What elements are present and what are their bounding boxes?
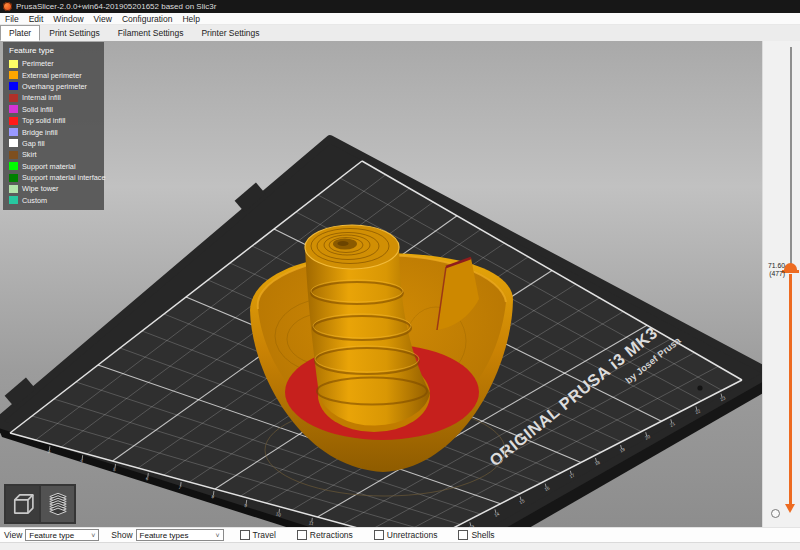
legend-item: Wipe tower: [3, 183, 104, 194]
tab-printer-settings[interactable]: Printer Settings: [192, 25, 268, 41]
preview-3d-viewport[interactable]: 13141516171819202122231211109876543 ORIG…: [0, 41, 762, 527]
scene-canvas[interactable]: 13141516171819202122231211109876543 ORIG…: [0, 41, 762, 527]
layer-height-value: 71.60: [768, 262, 785, 270]
menu-edit[interactable]: Edit: [24, 14, 49, 24]
menu-configuration[interactable]: Configuration: [117, 14, 178, 24]
legend-item: Internal infill: [3, 92, 104, 103]
legend-item: Top solid infill: [3, 115, 104, 126]
view-mode-toggle: [4, 484, 76, 524]
legend-item: External perimeter: [3, 69, 104, 80]
color-swatch: [9, 117, 18, 125]
shells-checkbox[interactable]: Shells: [458, 530, 494, 540]
prusaslicer-logo-icon: [3, 2, 12, 11]
checkbox-box[interactable]: [240, 530, 250, 540]
cube-icon: [9, 490, 37, 518]
slider-lock-icon[interactable]: [771, 509, 780, 518]
unretractions-checkbox[interactable]: Unretractions: [374, 530, 438, 540]
tower-top-hole-inner: [338, 241, 349, 246]
feature-type-legend: Feature type Perimeter External perimete…: [3, 42, 104, 210]
layer-slider-panel: 71.60 (477): [762, 41, 800, 527]
legend-title: Feature type: [3, 45, 104, 58]
color-swatch: [9, 162, 18, 170]
title-bar: PrusaSlicer-2.0.0+win64-201905201652 bas…: [0, 0, 800, 13]
preview-toolbar: View Feature type ˅ Show Feature types ˅…: [0, 527, 800, 542]
layer-slider-handle[interactable]: [784, 263, 797, 270]
chevron-down-icon: ˅: [91, 532, 95, 539]
tab-filament-settings[interactable]: Filament Settings: [109, 25, 193, 41]
color-swatch: [9, 139, 18, 147]
preview-view-button[interactable]: [41, 486, 74, 522]
legend-item: Support material: [3, 161, 104, 172]
legend-item: Solid infill: [3, 104, 104, 115]
color-swatch: [9, 151, 18, 159]
color-swatch: [9, 196, 18, 204]
show-features-select[interactable]: Feature types ˅: [136, 529, 224, 541]
travel-checkbox[interactable]: Travel: [240, 530, 276, 540]
color-swatch: [9, 128, 18, 136]
color-swatch: [9, 71, 18, 79]
chevron-down-icon: ˅: [215, 532, 219, 539]
status-bar: [0, 542, 800, 550]
window-title: PrusaSlicer-2.0.0+win64-201905201652 bas…: [16, 0, 216, 13]
view-mode-select[interactable]: Feature type ˅: [25, 529, 99, 541]
legend-item: Custom: [3, 195, 104, 206]
color-swatch: [9, 105, 18, 113]
layer-number-value: (477): [768, 270, 785, 278]
menu-window[interactable]: Window: [48, 14, 88, 24]
checkbox-box[interactable]: [458, 530, 468, 540]
slider-track-upper[interactable]: [790, 47, 792, 266]
slider-track-lower[interactable]: [789, 274, 792, 504]
layer-height-label: 71.60 (477): [768, 262, 785, 277]
settings-tab-bar: Plater Print Settings Filament Settings …: [0, 25, 800, 41]
menu-file[interactable]: File: [0, 14, 24, 24]
preview-option-checkboxes: Travel Retractions Unretractions Shells: [240, 530, 495, 540]
legend-item: Skirt: [3, 149, 104, 160]
color-swatch: [9, 94, 18, 102]
color-swatch: [9, 82, 18, 90]
legend-item: Overhang perimeter: [3, 81, 104, 92]
menu-bar: File Edit Window View Configuration Help: [0, 13, 800, 25]
checkbox-box[interactable]: [374, 530, 384, 540]
legend-item: Gap fill: [3, 138, 104, 149]
layers-icon: [44, 490, 72, 518]
tab-plater[interactable]: Plater: [0, 25, 40, 41]
legend-item: Perimeter: [3, 58, 104, 69]
editor-3d-view-button[interactable]: [6, 486, 39, 522]
retractions-checkbox[interactable]: Retractions: [297, 530, 353, 540]
menu-view[interactable]: View: [89, 14, 117, 24]
view-label: View: [4, 530, 22, 540]
show-label: Show: [111, 530, 132, 540]
legend-item: Support material interface: [3, 172, 104, 183]
slider-bottom-arrow-icon[interactable]: [785, 504, 795, 513]
legend-item: Bridge infill: [3, 126, 104, 137]
color-swatch: [9, 185, 18, 193]
color-swatch: [9, 174, 18, 182]
tab-print-settings[interactable]: Print Settings: [40, 25, 109, 41]
checkbox-box[interactable]: [297, 530, 307, 540]
menu-help[interactable]: Help: [177, 14, 204, 24]
color-swatch: [9, 60, 18, 68]
